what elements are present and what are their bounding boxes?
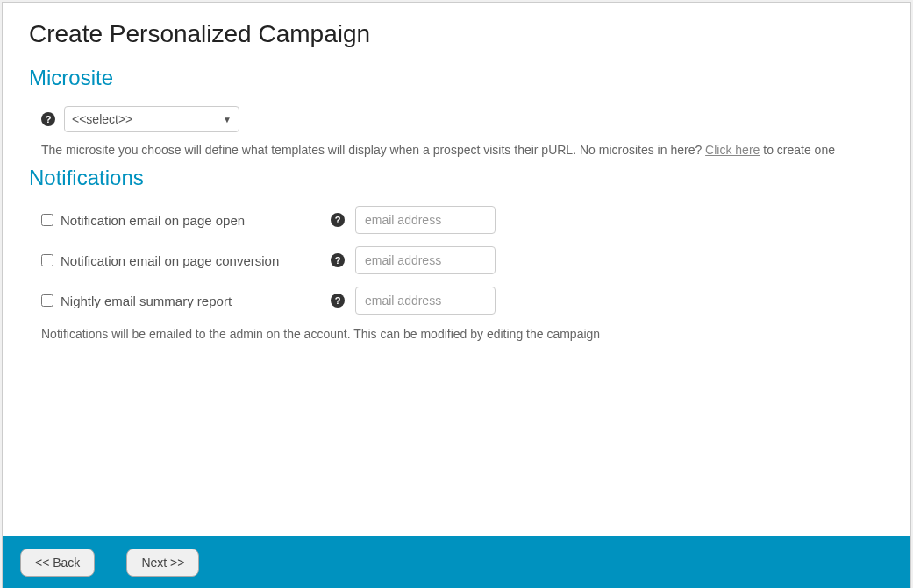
- help-icon[interactable]: ?: [331, 294, 345, 308]
- notification-summary-checkbox[interactable]: [41, 294, 53, 307]
- notification-row-summary: Nightly email summary report ?: [29, 287, 884, 315]
- page-title: Create Personalized Campaign: [29, 20, 884, 48]
- chevron-down-icon: ▼: [223, 115, 232, 124]
- notification-open-email[interactable]: [355, 206, 496, 234]
- notification-row-conversion: Notification email on page conversion ?: [29, 246, 884, 274]
- notification-conversion-label[interactable]: Notification email on page conversion: [41, 253, 331, 268]
- notifications-title: Notifications: [29, 166, 884, 190]
- microsite-helper-pre: The microsite you choose will define wha…: [41, 143, 705, 157]
- microsite-title: Microsite: [29, 66, 884, 90]
- next-button[interactable]: Next >>: [126, 549, 199, 577]
- back-button[interactable]: << Back: [20, 549, 95, 577]
- microsite-helper: The microsite you choose will define wha…: [29, 143, 884, 157]
- notification-row-open: Notification email on page open ?: [29, 206, 884, 234]
- create-microsite-link[interactable]: Click here: [705, 143, 760, 157]
- microsite-select[interactable]: <<select>> ▼: [64, 106, 239, 132]
- notification-open-checkbox[interactable]: [41, 214, 53, 226]
- wizard-footer: << Back Next >>: [3, 536, 910, 588]
- help-icon[interactable]: ?: [331, 213, 345, 227]
- notification-summary-text: Nightly email summary report: [61, 294, 232, 308]
- select-placeholder: <<select>>: [72, 112, 132, 126]
- notification-conversion-checkbox[interactable]: [41, 254, 53, 266]
- microsite-helper-post: to create one: [760, 143, 835, 157]
- notification-summary-email[interactable]: [355, 287, 496, 315]
- notifications-helper: Notifications will be emailed to the adm…: [29, 327, 884, 341]
- notification-conversion-email[interactable]: [355, 246, 496, 274]
- campaign-form-container: Create Personalized Campaign Microsite ?…: [2, 2, 911, 588]
- notification-conversion-text: Notification email on page conversion: [61, 253, 279, 268]
- notification-open-label[interactable]: Notification email on page open: [41, 213, 331, 228]
- help-icon[interactable]: ?: [41, 112, 55, 126]
- microsite-select-row: ? <<select>> ▼: [29, 106, 884, 132]
- notification-summary-label[interactable]: Nightly email summary report: [41, 294, 331, 308]
- help-icon[interactable]: ?: [331, 253, 345, 267]
- form-content: Create Personalized Campaign Microsite ?…: [3, 3, 910, 536]
- notification-open-text: Notification email on page open: [61, 213, 245, 228]
